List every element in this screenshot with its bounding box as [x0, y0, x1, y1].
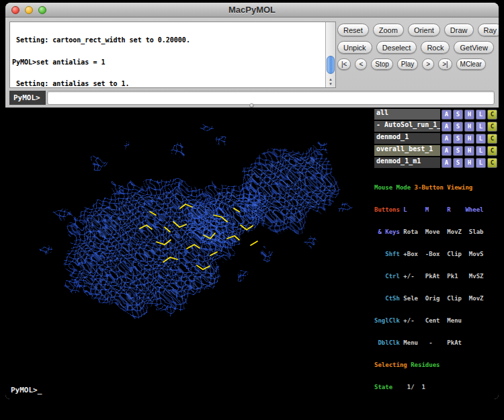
orient-button[interactable]: Orient — [408, 24, 440, 36]
console-scrollbar[interactable]: ▲ ▼ — [325, 22, 335, 87]
selecting-mode[interactable]: SelectingResidues — [374, 362, 499, 369]
prev-frame-button[interactable]: < — [355, 58, 367, 70]
control-button-panel: Reset Zoom Orient Draw Ray Unpick Desele… — [337, 24, 496, 75]
button-row-2: Unpick Deselect Rock GetView — [337, 41, 496, 54]
hide-button[interactable]: H — [464, 146, 474, 156]
button-row-1: Reset Zoom Orient Draw Ray — [337, 24, 496, 36]
close-button[interactable] — [11, 6, 19, 14]
console-line: PyMOL>set antialias = 1 — [12, 59, 324, 67]
ray-button[interactable]: Ray — [478, 24, 499, 36]
traffic-lights — [11, 6, 46, 14]
action-button[interactable]: A — [442, 146, 452, 156]
label-button[interactable]: L — [476, 110, 486, 120]
hide-button[interactable]: H — [464, 110, 474, 120]
object-row: denmod_1 A S H L C — [374, 133, 497, 144]
unpick-button[interactable]: Unpick — [337, 41, 372, 54]
color-button[interactable]: C — [487, 158, 497, 168]
show-button[interactable]: S — [453, 110, 463, 120]
zoom-button[interactable]: Zoom — [373, 24, 404, 36]
command-row: PyMOL> — [9, 91, 495, 105]
object-row: - AutoSol_run_1_ A S H L C — [374, 121, 497, 132]
scroll-down-icon[interactable]: ▼ — [326, 82, 335, 87]
titlebar[interactable]: MacPyMOL — [5, 3, 499, 17]
action-button[interactable]: A — [442, 110, 452, 120]
console-line: Setting: cartoon_rect_width set to 0.200… — [12, 37, 324, 44]
label-button[interactable]: L — [476, 134, 486, 144]
mouse-mode-panel: Mouse Mode3-Button Viewing ButtonsL M R … — [373, 169, 499, 399]
object-name[interactable]: - AutoSol_run_1_ — [374, 121, 440, 132]
command-prompt-label: PyMOL> — [9, 91, 46, 105]
console-log[interactable]: Setting: cartoon_rect_width set to 0.200… — [9, 22, 336, 88]
object-name[interactable]: overall_best_1 — [374, 145, 440, 156]
console-text: Setting: cartoon_rect_width set to 0.200… — [12, 23, 324, 87]
object-name[interactable]: denmod_1_m1 — [374, 157, 440, 168]
show-button[interactable]: S — [453, 158, 463, 168]
next-frame-button[interactable]: > — [422, 58, 434, 70]
first-frame-button[interactable]: |< — [337, 58, 351, 70]
show-button[interactable]: S — [453, 146, 463, 156]
rock-button[interactable]: Rock — [421, 41, 450, 54]
scrollbar-arrows: ▲ ▼ — [326, 77, 335, 87]
window-title: MacPyMOL — [228, 5, 276, 15]
mouse-ctrl-row: Ctrl+/- PkAt Pk1 MvSZ — [374, 273, 499, 280]
object-row: overall_best_1 A S H L C — [374, 145, 497, 156]
color-button[interactable]: C — [487, 146, 497, 156]
upper-pane: Setting: cartoon_rect_width set to 0.200… — [5, 17, 499, 108]
label-button[interactable]: L — [476, 122, 486, 132]
mouse-mode-title[interactable]: Mouse Mode3-Button Viewing — [374, 184, 499, 192]
object-row: denmod_1_m1 A S H L C — [374, 157, 497, 168]
mouse-ctsh-row: CtShSele Orig Clip MovZ — [374, 295, 499, 302]
object-name[interactable]: denmod_1 — [374, 133, 440, 144]
scrollbar-thumb[interactable] — [327, 56, 335, 74]
show-button[interactable]: S — [453, 134, 463, 144]
state-indicator[interactable]: State1/ 1 — [374, 384, 499, 391]
minimize-button[interactable] — [25, 6, 33, 14]
getview-button[interactable]: GetView — [454, 41, 493, 54]
label-button[interactable]: L — [476, 158, 486, 168]
console-line: Setting: antialias set to 1. — [12, 81, 324, 87]
object-name[interactable]: all — [374, 109, 440, 120]
hide-button[interactable]: H — [464, 122, 474, 132]
action-button[interactable]: A — [442, 134, 452, 144]
color-button[interactable]: C — [487, 134, 497, 144]
object-list: all A S H L C - AutoSol_run_1_ A S H L C… — [373, 108, 499, 169]
hide-button[interactable]: H — [464, 134, 474, 144]
last-frame-button[interactable]: >| — [438, 58, 452, 70]
play-button[interactable]: Play — [397, 58, 418, 70]
viewport-canvas[interactable] — [5, 108, 373, 399]
label-button[interactable]: L — [476, 146, 486, 156]
mouse-keys-row: & KeysRota Move MovZ Slab — [374, 228, 499, 236]
stop-button[interactable]: Stop — [371, 58, 393, 70]
macpymol-window: MacPyMOL Setting: cartoon_rect_width set… — [5, 3, 499, 399]
color-button[interactable]: C — [487, 122, 497, 132]
density-mesh — [5, 108, 373, 399]
action-button[interactable]: A — [442, 122, 452, 132]
mclear-button[interactable]: MClear — [456, 58, 486, 70]
scroll-up-icon[interactable]: ▲ — [326, 77, 335, 82]
mouse-snglclk-row: SnglClk+/- Cent Menu — [374, 317, 499, 325]
maximize-button[interactable] — [38, 6, 46, 14]
color-button[interactable]: C — [487, 110, 497, 120]
gl-area: all A S H L C - AutoSol_run_1_ A S H L C… — [5, 108, 499, 399]
draw-button[interactable]: Draw — [444, 24, 474, 36]
reset-button[interactable]: Reset — [337, 24, 369, 36]
deselect-button[interactable]: Deselect — [376, 41, 417, 54]
mouse-buttons-header: ButtonsL M R Wheel — [374, 206, 499, 214]
hide-button[interactable]: H — [464, 158, 474, 168]
action-button[interactable]: A — [442, 158, 452, 168]
command-input[interactable] — [47, 91, 495, 105]
right-panel: all A S H L C - AutoSol_run_1_ A S H L C… — [373, 108, 499, 399]
mouse-shft-row: Shft+Box -Box Clip MovS — [374, 251, 499, 258]
object-row: all A S H L C — [374, 109, 497, 120]
show-button[interactable]: S — [453, 122, 463, 132]
mouse-dblclk-row: DblClkMenu - PkAt — [374, 339, 499, 347]
gl-command-prompt[interactable]: PyMOL>_ — [11, 386, 42, 394]
button-row-3: |< < Stop Play > >| MClear — [337, 58, 496, 70]
